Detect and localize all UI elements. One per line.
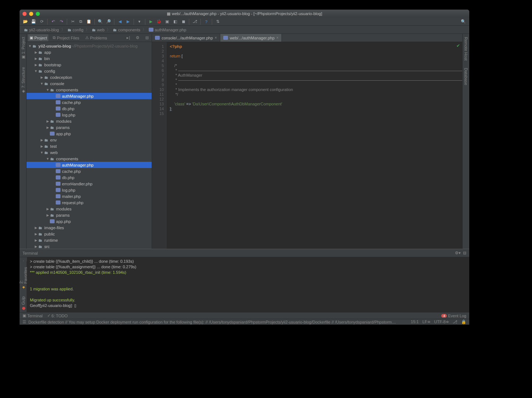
database-tab[interactable]: Database [464,66,468,87]
panel-gear-icon[interactable]: ⚙ [134,34,141,41]
terminal-gear-icon[interactable]: ⚙▾ [455,251,461,255]
minimize-window-button[interactable] [29,12,33,16]
tree-folder[interactable]: ▶🖿params [27,212,152,218]
project-tool-tab[interactable]: ▣1: Project [21,35,25,61]
tree-folder[interactable]: ▼🖿components [27,87,152,93]
tree-folder[interactable]: ▶🖿image-files [27,224,152,231]
tree-file[interactable]: mailer.php [27,193,152,199]
search-everywhere-icon[interactable]: 🔍 [460,18,467,25]
close-window-button[interactable] [23,12,27,16]
php-icon [55,163,61,168]
php-icon [55,175,61,180]
open-icon[interactable]: 📂 [22,18,29,25]
tree-folder[interactable]: ▶🖿params [27,124,152,130]
cut-icon[interactable]: ✂ [69,18,76,25]
tree-folder[interactable]: ▼🖿config [27,68,152,74]
tree-file[interactable]: db.php [27,105,152,112]
hide-panel-icon[interactable]: ⊟ [144,34,150,41]
breadcrumb-item[interactable]: authManager.php [147,28,188,32]
tree-file[interactable]: cache.php [27,168,152,174]
close-tab-icon[interactable]: × [215,36,217,40]
editor-tab[interactable]: console/.../authManager.php× [152,34,220,42]
problems-tab[interactable]: ⚠ Problems [84,34,108,41]
gulp-tab[interactable]: ⬣Gulp [21,295,25,312]
code-text[interactable]: ✔ <?phpreturn [ /* * ———————————————————… [167,42,462,249]
terminal-output[interactable]: > create table {{%auth_item_child}} ... … [27,257,469,312]
stop-icon[interactable]: ◼ [180,18,187,25]
redo-icon[interactable]: ↷ [58,18,65,25]
sync-icon[interactable]: ⟳ [38,18,45,25]
vcs-icon[interactable]: ⎇ [191,18,198,25]
terminal-tab[interactable]: ▣ Terminal [23,313,43,318]
folder-icon: 🖿 [49,87,55,92]
deployment-icon[interactable]: ⇅ [214,18,221,25]
profile-icon[interactable]: ◧ [172,18,179,25]
tree-file[interactable]: authManager.php [27,93,152,99]
tree-folder[interactable]: ▶🖿modules [27,118,152,124]
copy-icon[interactable]: ⧉ [77,18,84,25]
tree-folder[interactable]: ▶🖿bootstrap [27,62,152,68]
help-icon[interactable]: ? [203,18,210,25]
tree-file[interactable]: db.php [27,174,152,181]
zoom-window-button[interactable] [36,12,40,16]
todo-tab[interactable]: ✓ 6: TODO [47,313,68,318]
project-files-tab[interactable]: ⧉ Project Files [51,34,81,41]
find-icon[interactable]: 🔍 [97,18,104,25]
tree-folder[interactable]: ▼🖿web [27,149,152,156]
favorites-tab[interactable]: ★2: Favorites [20,263,28,291]
status-icon[interactable]: ☰ [23,320,26,324]
tree-folder[interactable]: ▶🖿app [27,49,152,55]
remote-host-tab[interactable]: Remote Host [464,35,468,62]
caret-position[interactable]: 15:1 [411,320,419,324]
tree-folder[interactable]: ▶🖿codeception [27,74,152,80]
project-tree[interactable]: ▼🖿yii2-usuario-blog ~/PhpstormProjects/y… [27,42,152,249]
tree-root[interactable]: ▼🖿yii2-usuario-blog ~/PhpstormProjects/y… [27,43,152,49]
tree-folder[interactable]: ▶🖿runtime [27,237,152,243]
breadcrumb-item[interactable]: 🖿 config [66,28,85,32]
tree-file[interactable]: log.php [27,187,152,193]
tree-file[interactable]: request.php [27,199,152,206]
tree-folder[interactable]: ▶🖿modules [27,206,152,212]
tree-folder[interactable]: ▼🖿console [27,80,152,87]
save-icon[interactable]: 💾 [30,18,37,25]
tree-folder[interactable]: ▶🖿public [27,231,152,237]
undo-icon[interactable]: ↶ [49,18,57,25]
tree-folder[interactable]: ▶🖿src [27,243,152,249]
php-icon [49,219,55,224]
tree-folder[interactable]: ▼🖿components [27,156,152,162]
structure-tool-tab[interactable]: ◈7: Structure [21,66,25,95]
folder-icon: 🖿 [49,213,55,218]
lock-icon[interactable]: 🔒 [461,320,466,324]
tree-file[interactable]: authManager.php [27,162,152,168]
tree-file[interactable]: errorHandler.php [27,181,152,187]
tree-folder[interactable]: ▶🖿bin [27,55,152,62]
folder-icon: 🖿 [44,144,49,149]
terminal-hide-icon[interactable]: ⊟ [463,251,466,255]
paste-icon[interactable]: 📋 [85,18,93,25]
tree-file[interactable]: log.php [27,112,152,118]
collapse-tree-icon[interactable]: ▸| [125,34,131,41]
forward-icon[interactable]: ▶ [124,18,132,25]
git-icon[interactable]: ⎇ [453,320,457,324]
folder-icon: 🖿 [49,156,55,161]
back-icon[interactable]: ◀ [116,18,124,25]
replace-icon[interactable]: 🔎 [105,18,112,25]
coverage-icon[interactable]: ▣ [163,18,171,25]
encoding[interactable]: UTF-8≑ [434,320,449,324]
event-log-tab[interactable]: 4 Event Log [441,314,466,318]
breadcrumb-item[interactable]: 🖿 components [111,28,142,32]
project-view-tab[interactable]: ▣ Project [28,34,48,41]
tree-folder[interactable]: ▶🖿env [27,137,152,143]
tree-folder[interactable]: ▶🖿test [27,143,152,149]
breadcrumb-item[interactable]: 🖿 web [90,28,106,32]
run-icon[interactable]: ▶ [147,18,155,25]
debug-icon[interactable]: 🐞 [155,18,163,25]
run-config-dropdown[interactable]: ▾ [136,18,143,25]
line-separator[interactable]: LF≑ [422,320,431,324]
tree-file[interactable]: app.php [27,130,152,137]
editor-tab[interactable]: web/.../authManager.php× [220,34,282,42]
tree-file[interactable]: cache.php [27,99,152,105]
breadcrumb-item[interactable]: 🖿 yii2-usuario-blog [23,28,61,32]
tree-file[interactable]: app.php [27,218,152,224]
close-tab-icon[interactable]: × [276,36,279,40]
